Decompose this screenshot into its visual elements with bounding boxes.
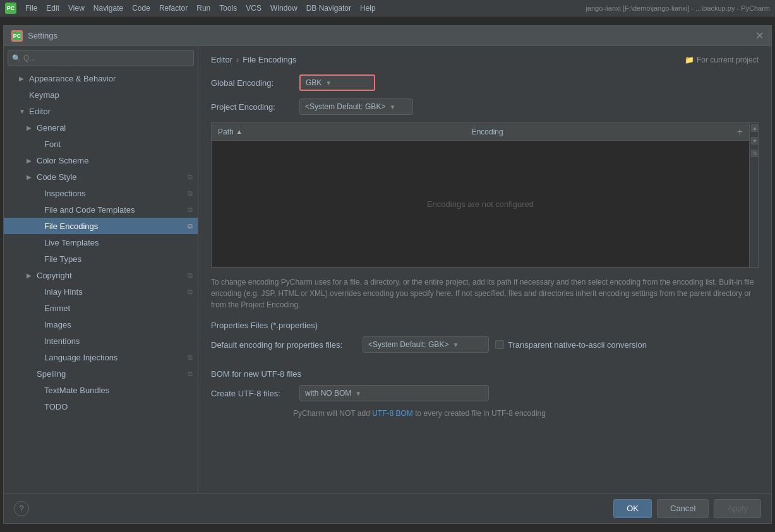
dialog-icon: PC: [11, 30, 23, 42]
transparent-checkbox[interactable]: [495, 340, 504, 349]
menu-run[interactable]: Run: [193, 4, 214, 13]
project-encoding-dropdown[interactable]: <System Default: GBK> ▼: [299, 98, 413, 115]
for-project-label: For current project: [697, 56, 759, 64]
copy-icon-inlay-hints: ⧉: [188, 288, 193, 296]
menu-edit[interactable]: Edit: [42, 4, 63, 13]
utf-bom-link[interactable]: UTF-8 BOM: [372, 409, 413, 418]
global-encoding-dropdown[interactable]: GBK ▼: [299, 74, 375, 91]
properties-encoding-dropdown[interactable]: <System Default: GBK> ▼: [363, 336, 489, 353]
help-button[interactable]: ?: [14, 501, 29, 516]
project-encoding-value: <System Default: GBK>: [305, 102, 385, 111]
copy-icon-file-encodings: ⧉: [188, 222, 193, 230]
menu-view[interactable]: View: [64, 4, 88, 13]
sidebar-item-file-types[interactable]: File Types: [4, 251, 198, 267]
sidebar-item-label: Font: [44, 139, 61, 149]
cancel-button[interactable]: Cancel: [657, 499, 709, 518]
copy-icon-copyright: ⧉: [188, 271, 193, 280]
title-path: jango-lianxi [F:\demo\jango-lianxi] - ..…: [586, 4, 770, 12]
sidebar-item-color-scheme[interactable]: ▶ Color Scheme: [4, 152, 198, 168]
breadcrumb-current: File Encodings: [243, 55, 296, 64]
menu-refactor[interactable]: Refactor: [155, 4, 191, 13]
sidebar-item-label: Appearance & Behavior: [29, 74, 116, 83]
dropdown-arrow-bom: ▼: [355, 390, 361, 397]
global-encoding-value: GBK: [306, 78, 321, 87]
action-buttons: OK Cancel Apply: [613, 499, 761, 518]
expand-arrow-general: ▶: [27, 124, 34, 131]
sidebar-item-inlay-hints[interactable]: Inlay Hints ⧉: [4, 283, 198, 300]
dropdown-arrow-global: ▼: [325, 80, 332, 86]
sidebar-item-label: Code Style: [37, 172, 77, 182]
expand-arrow-code-style: ▶: [27, 174, 34, 180]
bom-value: with NO BOM: [305, 389, 351, 398]
settings-dialog: PC Settings ✕ 🔍 ▶ Appearance & Behavior …: [3, 25, 772, 524]
properties-encoding-label: Default encoding for properties files:: [211, 340, 356, 350]
sidebar-item-emmet[interactable]: Emmet: [4, 300, 198, 316]
dialog-title: Settings: [28, 31, 57, 40]
sidebar-item-spelling[interactable]: Spelling ⧉: [4, 365, 198, 382]
sidebar-item-general[interactable]: ▶ General: [4, 119, 198, 136]
bom-dropdown[interactable]: with NO BOM ▼: [299, 385, 489, 401]
table-add-button[interactable]: +: [737, 126, 743, 138]
properties-encoding-row: Default encoding for properties files: <…: [211, 336, 759, 353]
sidebar-item-label: Editor: [29, 107, 51, 116]
sidebar-item-copyright[interactable]: ▶ Copyright ⧉: [4, 267, 198, 283]
menu-help[interactable]: Help: [356, 4, 380, 13]
sidebar-item-label: Spelling: [37, 369, 66, 379]
breadcrumb-parent: Editor: [211, 55, 232, 64]
sidebar-item-textmate-bundles[interactable]: TextMate Bundles: [4, 382, 198, 398]
sidebar-item-file-encodings[interactable]: File Encodings ⧉: [4, 218, 198, 234]
properties-section: Properties Files (*.properties) Default …: [211, 321, 759, 360]
for-current-project: 📁 For current project: [685, 56, 759, 64]
expand-arrow-editor: ▼: [19, 108, 27, 115]
sidebar-item-label: Images: [44, 320, 71, 329]
bom-section: BOM for new UTF-8 files Create UTF-8 fil…: [211, 369, 759, 418]
sidebar-item-file-code-templates[interactable]: File and Code Templates ⧉: [4, 201, 198, 218]
menu-file[interactable]: File: [21, 4, 41, 13]
sidebar-item-font[interactable]: Font: [4, 136, 198, 152]
dialog-close-button[interactable]: ✕: [755, 30, 764, 42]
sidebar-item-label: Color Scheme: [37, 156, 88, 165]
sidebar-item-label: File Types: [44, 254, 81, 264]
sidebar-item-language-injections[interactable]: Language Injections ⧉: [4, 349, 198, 365]
project-encoding-label: Project Encoding:: [211, 102, 293, 112]
sidebar-item-todo[interactable]: TODO: [4, 398, 198, 415]
scrollbar-down-button[interactable]: ▼: [751, 137, 759, 145]
project-icon: 📁: [685, 56, 694, 64]
menu-vcs[interactable]: VCS: [242, 4, 265, 13]
table-scrollbar: ▲ ▼ ✎: [749, 123, 758, 267]
sidebar-item-label: Emmet: [44, 304, 70, 313]
table-body: Encodings are not configured: [212, 141, 749, 267]
copy-icon-code-style: ⧉: [188, 173, 193, 181]
transparent-checkbox-label: Transparent native-to-ascii conversion: [508, 340, 647, 350]
apply-button[interactable]: Apply: [714, 499, 761, 518]
sidebar-item-intentions[interactable]: Intentions: [4, 333, 198, 349]
sidebar-item-editor[interactable]: ▼ Editor: [4, 103, 198, 119]
sidebar-item-code-style[interactable]: ▶ Code Style ⧉: [4, 168, 198, 185]
sidebar-item-appearance[interactable]: ▶ Appearance & Behavior: [4, 70, 198, 86]
menu-db-navigator[interactable]: DB Navigator: [303, 4, 355, 13]
global-encoding-label: Global Encoding:: [211, 78, 293, 88]
copy-icon-file-code-templates: ⧉: [188, 206, 193, 214]
scrollbar-up-button[interactable]: ▲: [751, 124, 759, 132]
dropdown-arrow-project: ▼: [389, 103, 395, 110]
sidebar-item-keymap[interactable]: Keymap: [4, 86, 198, 103]
menu-code[interactable]: Code: [128, 4, 154, 13]
project-encoding-row: Project Encoding: <System Default: GBK> …: [211, 98, 759, 115]
sidebar-item-label: TODO: [44, 402, 68, 411]
menu-navigate[interactable]: Navigate: [90, 4, 127, 13]
copy-icon-language-injections: ⧉: [188, 353, 193, 362]
search-box[interactable]: 🔍: [8, 50, 194, 66]
edit-button[interactable]: ✎: [751, 150, 759, 157]
sidebar-item-label: File Encodings: [44, 222, 98, 231]
sidebar-item-live-templates[interactable]: Live Templates: [4, 234, 198, 251]
menu-tools[interactable]: Tools: [215, 4, 241, 13]
sidebar-item-label: Inlay Hints: [44, 287, 83, 297]
sidebar-item-label: Copyright: [37, 271, 72, 280]
sidebar-item-inspections[interactable]: Inspections ⧉: [4, 185, 198, 201]
search-input[interactable]: [23, 54, 189, 62]
menu-window[interactable]: Window: [267, 4, 301, 13]
sidebar-item-images[interactable]: Images: [4, 316, 198, 333]
ok-button[interactable]: OK: [613, 499, 652, 518]
table-main: Path ▲ Encoding + Encodings are not conf…: [212, 123, 749, 267]
encodings-table: Path ▲ Encoding + Encodings are not conf…: [211, 122, 759, 268]
